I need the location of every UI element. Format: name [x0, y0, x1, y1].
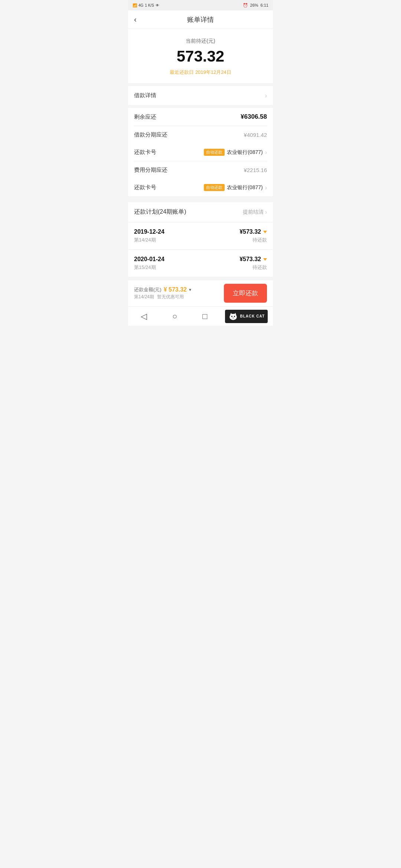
svg-marker-1 [230, 313, 232, 315]
auto-repay-badge-1: 自动还款 [204, 149, 225, 156]
bottom-left: 还款金额(元) ¥ 573.32 ▾ 第14/24期 暂无优惠可用 [134, 286, 224, 300]
detail-section: 剩余应还 ¥6306.58 借款分期应还 ¥4091.42 还款卡号 自动还款 … [128, 108, 273, 196]
page-title: 账单详情 [187, 15, 214, 24]
status-left: 📶 4G 1 K/S 👁 [133, 3, 159, 7]
remaining-value: ¥6306.58 [241, 113, 267, 121]
dropdown-icon[interactable]: ▾ [189, 287, 191, 292]
due-date: 2019年12月24日 [195, 69, 231, 75]
bottom-amount-value: ¥ 573.32 [164, 286, 187, 293]
payment-amount-2: ¥573.32 [239, 256, 267, 263]
fee-installment-value: ¥2215.16 [244, 167, 267, 173]
triangle-icon-2 [263, 258, 267, 261]
back-button[interactable]: ‹ [134, 15, 137, 24]
loan-detail-item[interactable]: 借款详情 › [128, 86, 273, 105]
payment-amount-value-1: ¥573.32 [239, 228, 261, 235]
bottom-bar: 还款金额(元) ¥ 573.32 ▾ 第14/24期 暂无优惠可用 立即还款 [128, 280, 273, 306]
bottom-period: 第14/24期 [134, 294, 154, 300]
divider-payment [134, 249, 267, 250]
time-label: 6:11 [261, 3, 268, 7]
svg-point-3 [231, 316, 233, 317]
nav-back-button[interactable]: ◁ [133, 309, 154, 324]
repay-card-row-1[interactable]: 还款卡号 自动还款 农业银行(0877) › [128, 144, 273, 161]
payment-date-1: 2019-12-24 [134, 228, 164, 235]
divider-plan [134, 222, 267, 222]
bottom-sub-row: 第14/24期 暂无优惠可用 [134, 294, 224, 300]
payment-period-1: 第14/24期 [134, 237, 156, 243]
payment-date-2: 2020-01-24 [134, 256, 164, 263]
fee-installment-row: 费用分期应还 ¥2215.16 [128, 161, 273, 179]
summary-date: 最近还款日 2019年12月24日 [134, 69, 267, 76]
nav-bar: ◁ ○ □ BLACK CAT [128, 306, 273, 326]
repay-card-label-2: 还款卡号 [134, 184, 156, 191]
battery-label: 26% [250, 3, 258, 7]
summary-label: 当前待还(元) [134, 38, 267, 45]
early-settlement-label: 提前结清 [243, 209, 264, 216]
triangle-icon-1 [263, 231, 267, 233]
fee-installment-label: 费用分期应还 [134, 167, 167, 174]
pay-now-button[interactable]: 立即还款 [224, 284, 267, 303]
svg-marker-2 [234, 313, 237, 315]
payment-status-2: 待还款 [252, 264, 267, 271]
network-label: 4G [138, 3, 143, 7]
payment-top-1: 2019-12-24 ¥573.32 [134, 228, 267, 235]
chevron-icon-plan: › [265, 209, 267, 216]
blackcat-label: BLACK CAT [240, 314, 265, 318]
payment-top-2: 2020-01-24 ¥573.32 [134, 256, 267, 263]
blackcat-logo: BLACK CAT [225, 310, 268, 323]
repay-card-row-2[interactable]: 还款卡号 自动还款 农业银行(0877) › [128, 179, 273, 196]
blackcat-icon [228, 311, 238, 322]
thick-divider-2 [128, 105, 273, 108]
back-icon: ‹ [134, 15, 137, 23]
bottom-amount-label: 还款金额(元) [134, 286, 162, 293]
nav-recents-icon: □ [202, 312, 207, 321]
plan-header: 还款计划(24期账单) 提前结清 › [128, 202, 273, 222]
payment-bottom-2: 第15/24期 待还款 [134, 264, 267, 271]
payment-period-2: 第15/24期 [134, 264, 156, 271]
nav-home-icon: ○ [172, 312, 177, 321]
repay-card-right-2: 自动还款 农业银行(0877) › [204, 184, 267, 191]
speed-label: 1 K/S [145, 3, 154, 7]
thick-divider-1 [128, 83, 273, 86]
page-header: ‹ 账单详情 [128, 10, 273, 29]
status-bar: 📶 4G 1 K/S 👁 ⏰ 26% 6:11 [128, 0, 273, 10]
svg-point-4 [234, 316, 235, 317]
thick-divider-3 [128, 196, 273, 199]
loan-detail-right: › [265, 92, 267, 99]
payment-amount-1: ¥573.32 [239, 228, 267, 235]
eye-icon: 👁 [156, 3, 159, 7]
chevron-icon-2: › [265, 184, 267, 191]
bottom-note: 暂无优惠可用 [157, 294, 184, 300]
status-right: ⏰ 26% 6:11 [243, 3, 268, 8]
payment-item-2: 2020-01-24 ¥573.32 第15/24期 待还款 [128, 250, 273, 277]
chevron-icon-1: › [265, 149, 267, 156]
summary-amount: 573.32 [134, 47, 267, 65]
chevron-icon: › [265, 92, 267, 99]
repay-card-label-1: 还款卡号 [134, 149, 156, 156]
payment-bottom-1: 第14/24期 待还款 [134, 237, 267, 243]
signal-icon: 📶 [133, 3, 137, 7]
bottom-amount-row: 还款金额(元) ¥ 573.32 ▾ [134, 286, 224, 293]
remaining-row: 剩余应还 ¥6306.58 [128, 108, 273, 126]
payment-item-1: 2019-12-24 ¥573.32 第14/24期 待还款 [128, 223, 273, 249]
payment-status-1: 待还款 [252, 237, 267, 243]
payment-amount-value-2: ¥573.32 [239, 256, 261, 263]
date-prefix: 最近还款日 [170, 69, 194, 75]
auto-repay-badge-2: 自动还款 [204, 184, 225, 191]
loan-installment-label: 借款分期应还 [134, 131, 167, 138]
loan-detail-label: 借款详情 [134, 92, 156, 99]
nav-back-icon: ◁ [141, 312, 147, 321]
bank-name-1: 农业银行(0877) [227, 149, 263, 156]
repay-card-right-1: 自动还款 农业银行(0877) › [204, 149, 267, 156]
summary-section: 当前待还(元) 573.32 最近还款日 2019年12月24日 [128, 29, 273, 83]
remaining-label: 剩余应还 [134, 114, 156, 121]
nav-recents-button[interactable]: □ [195, 309, 215, 324]
loan-installment-value: ¥4091.42 [244, 132, 267, 138]
bank-name-2: 农业银行(0877) [227, 184, 263, 191]
plan-title: 还款计划(24期账单) [134, 208, 186, 216]
alarm-icon: ⏰ [243, 3, 248, 8]
nav-home-button[interactable]: ○ [165, 309, 185, 324]
loan-installment-row: 借款分期应还 ¥4091.42 [128, 126, 273, 144]
early-settlement-button[interactable]: 提前结清 › [243, 209, 267, 216]
